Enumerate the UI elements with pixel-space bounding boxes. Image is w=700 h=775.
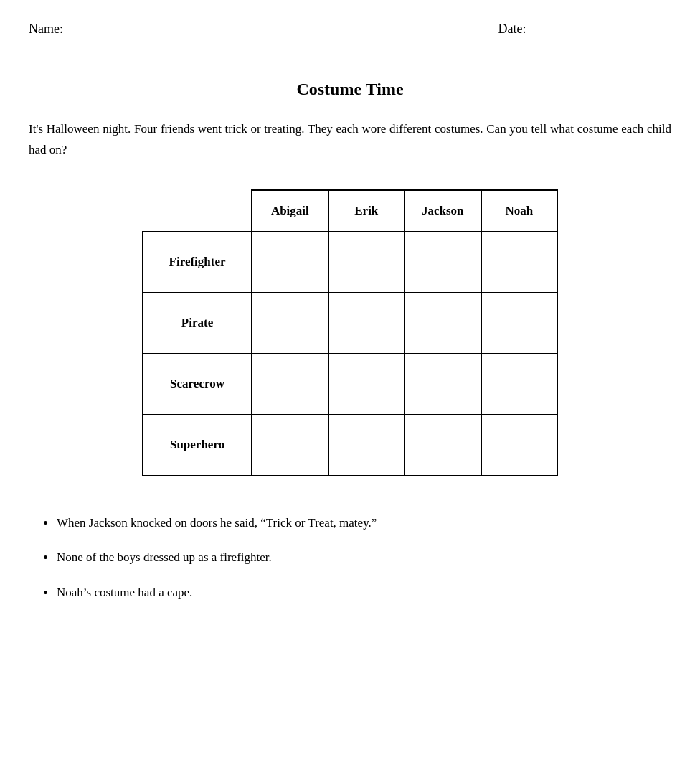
cell-pirate-abigail[interactable] [252, 293, 328, 354]
cell-firefighter-abigail[interactable] [252, 232, 328, 293]
bullet-3: • [43, 582, 48, 603]
clue-item-1: • When Jackson knocked on doors he said,… [43, 512, 671, 535]
clue-item-3: • Noah’s costume had a cape. [43, 582, 671, 604]
header: Name: __________________________________… [29, 22, 671, 37]
cell-scarecrow-erik[interactable] [328, 354, 405, 415]
cell-pirate-noah[interactable] [481, 293, 558, 354]
cell-firefighter-erik[interactable] [328, 232, 405, 293]
cell-pirate-erik[interactable] [328, 293, 405, 354]
costume-grid: Abigail Erik Jackson Noah Firefighter Pi… [142, 189, 558, 476]
row-label-pirate: Pirate [143, 293, 252, 354]
clue-text-2: None of the boys dressed up as a firefig… [57, 547, 272, 569]
cell-scarecrow-abigail[interactable] [252, 354, 328, 415]
col-header-jackson: Jackson [405, 190, 481, 232]
cell-superhero-abigail[interactable] [252, 415, 328, 476]
bullet-2: • [43, 547, 48, 568]
page-title: Costume Time [29, 80, 671, 99]
clue-text-1: When Jackson knocked on doors he said, “… [57, 512, 377, 535]
cell-scarecrow-noah[interactable] [481, 354, 558, 415]
col-header-abigail: Abigail [252, 190, 328, 232]
table-row: Firefighter [143, 232, 557, 293]
clue-item-2: • None of the boys dressed up as a firef… [43, 547, 671, 569]
row-label-superhero: Superhero [143, 415, 252, 476]
empty-header [143, 190, 252, 232]
date-label: Date: ______________________ [498, 22, 671, 37]
table-row: Pirate [143, 293, 557, 354]
cell-firefighter-noah[interactable] [481, 232, 558, 293]
bullet-1: • [43, 512, 48, 534]
cell-superhero-erik[interactable] [328, 415, 405, 476]
cell-superhero-noah[interactable] [481, 415, 558, 476]
intro-paragraph: It's Halloween night. Four friends went … [29, 119, 671, 161]
clues-section: • When Jackson knocked on doors he said,… [29, 512, 671, 604]
cell-superhero-jackson[interactable] [405, 415, 481, 476]
row-label-scarecrow: Scarecrow [143, 354, 252, 415]
table-row: Scarecrow [143, 354, 557, 415]
row-label-firefighter: Firefighter [143, 232, 252, 293]
col-header-noah: Noah [481, 190, 558, 232]
cell-firefighter-jackson[interactable] [405, 232, 481, 293]
table-row: Superhero [143, 415, 557, 476]
cell-pirate-jackson[interactable] [405, 293, 481, 354]
grid-table-container: Abigail Erik Jackson Noah Firefighter Pi… [29, 189, 671, 476]
clue-text-3: Noah’s costume had a cape. [57, 582, 192, 604]
cell-scarecrow-jackson[interactable] [405, 354, 481, 415]
name-label: Name: __________________________________… [29, 22, 337, 37]
col-header-erik: Erik [328, 190, 405, 232]
